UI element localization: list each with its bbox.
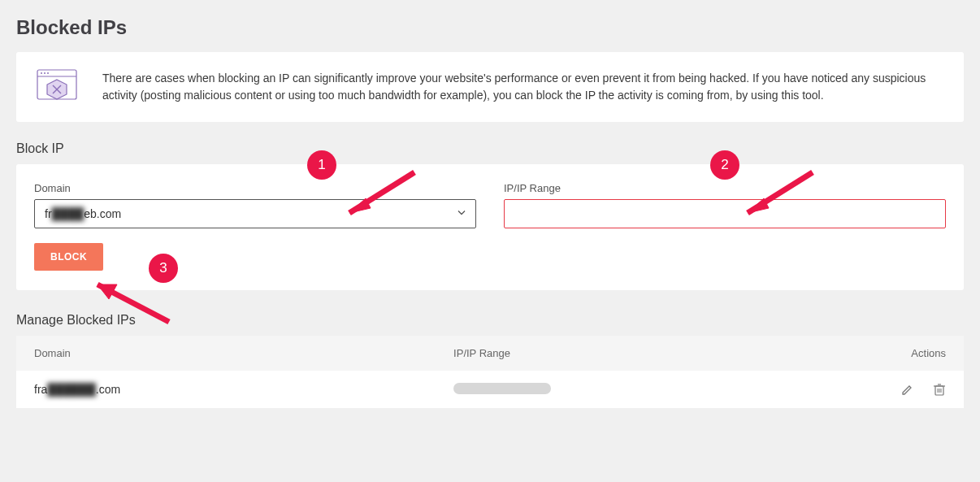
block-button[interactable]: BLOCK bbox=[34, 243, 103, 271]
blocked-ip-illustration-icon bbox=[34, 67, 80, 107]
trash-icon[interactable] bbox=[933, 382, 946, 397]
table-row: fra██████.com bbox=[16, 371, 964, 408]
blocked-ips-table: Domain IP/IP Range Actions fra██████.com bbox=[16, 336, 964, 408]
page-title: Blocked IPs bbox=[16, 16, 964, 39]
domain-select-value: fr████eb.com bbox=[45, 207, 121, 220]
header-domain: Domain bbox=[34, 347, 453, 359]
svg-point-4 bbox=[47, 72, 49, 74]
row-domain: fra██████.com bbox=[34, 383, 453, 396]
info-text: There are cases when blocking an IP can … bbox=[102, 70, 946, 104]
ip-redacted-value bbox=[453, 383, 551, 394]
domain-label: Domain bbox=[34, 182, 476, 194]
manage-blocked-ips-heading: Manage Blocked IPs bbox=[16, 313, 964, 328]
svg-line-8 bbox=[909, 386, 911, 388]
block-ip-heading: Block IP bbox=[16, 141, 964, 156]
block-ip-form: Domain fr████eb.com IP/IP Range BLOCK bbox=[16, 164, 964, 290]
row-ip bbox=[453, 383, 818, 397]
table-header-row: Domain IP/IP Range Actions bbox=[16, 336, 964, 371]
header-actions: Actions bbox=[818, 347, 946, 359]
edit-icon[interactable] bbox=[900, 382, 915, 397]
ip-range-label: IP/IP Range bbox=[504, 182, 946, 194]
info-box: There are cases when blocking an IP can … bbox=[16, 52, 964, 122]
chevron-down-icon bbox=[456, 207, 467, 221]
header-ip: IP/IP Range bbox=[453, 347, 818, 359]
ip-range-input[interactable] bbox=[504, 199, 946, 228]
domain-select[interactable]: fr████eb.com bbox=[34, 199, 476, 228]
svg-point-3 bbox=[44, 72, 46, 74]
svg-point-2 bbox=[41, 72, 42, 74]
